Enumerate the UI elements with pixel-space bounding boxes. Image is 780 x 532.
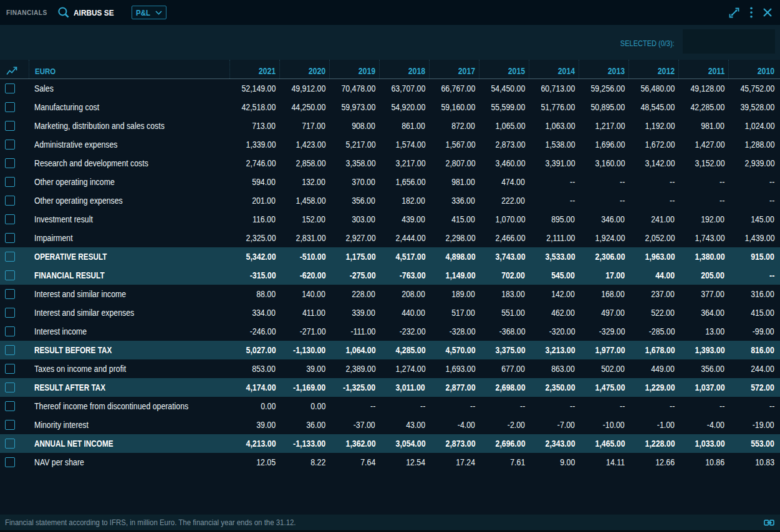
cell-value: -- xyxy=(479,401,529,411)
cell-value: 168.00 xyxy=(579,289,628,299)
cell-value: 3,743.00 xyxy=(479,252,529,262)
column-header-year[interactable]: 2010 xyxy=(728,60,778,78)
cell-value: 51,776.00 xyxy=(529,102,579,112)
cell-value: 3,391.00 xyxy=(529,158,579,168)
cell-value: 346.00 xyxy=(579,214,628,224)
column-header-year[interactable]: 2018 xyxy=(379,60,429,78)
row-checkbox[interactable] xyxy=(5,439,15,449)
column-header-year[interactable]: 2012 xyxy=(628,60,678,78)
table-row: RESULT BEFORE TAX5,027.00-1,130.001,064.… xyxy=(0,341,780,359)
row-checkbox[interactable] xyxy=(5,121,15,131)
row-checkbox[interactable] xyxy=(5,364,15,374)
row-checkbox[interactable] xyxy=(5,289,15,299)
cell-value: -- xyxy=(579,401,628,411)
table-row: FINANCIAL RESULT-315.00-620.00-275.00-76… xyxy=(0,266,780,285)
cell-value: -- xyxy=(529,196,579,206)
table-row: Interest income-246.00-271.00-111.00-232… xyxy=(0,322,780,341)
row-checkbox[interactable] xyxy=(5,196,15,206)
cell-value: 182.00 xyxy=(379,196,429,206)
cell-value: -- xyxy=(728,196,778,206)
cell-value: 1,924.00 xyxy=(579,233,628,243)
cell-value: -285.00 xyxy=(628,326,678,336)
table-row: Minority interest39.0036.00-37.0043.00-4… xyxy=(0,416,780,434)
cell-value: 1,339.00 xyxy=(229,140,279,150)
table-row: Taxes on income and profit853.0039.002,3… xyxy=(0,359,780,378)
selected-items-box[interactable] xyxy=(683,29,775,54)
cell-value: -246.00 xyxy=(229,326,279,336)
cell-value: 415.00 xyxy=(728,308,778,318)
cell-value: 336.00 xyxy=(429,196,479,206)
column-header-euro[interactable]: EURO xyxy=(29,60,229,78)
row-label: OPERATIVE RESULT xyxy=(29,252,229,262)
row-checkbox[interactable] xyxy=(5,401,15,411)
cell-value: 334.00 xyxy=(229,308,279,318)
cell-value: 1,033.00 xyxy=(678,439,728,449)
row-checkbox[interactable] xyxy=(5,233,15,243)
cell-value: 50,895.00 xyxy=(579,102,628,112)
cell-value: 55,599.00 xyxy=(479,102,529,112)
row-checkbox[interactable] xyxy=(5,326,15,336)
cell-value: 1,567.00 xyxy=(429,140,479,150)
row-checkbox[interactable] xyxy=(5,308,15,318)
cell-value: 1,217.00 xyxy=(579,121,628,131)
row-checkbox[interactable] xyxy=(5,140,15,150)
row-checkbox[interactable] xyxy=(5,345,15,355)
cell-value: -1,133.00 xyxy=(279,439,329,449)
row-label: Research and development costs xyxy=(29,158,229,168)
cell-value: 1,380.00 xyxy=(678,252,728,262)
cell-value: 56,480.00 xyxy=(628,83,678,93)
kebab-menu-icon[interactable] xyxy=(750,7,753,18)
cell-value: -271.00 xyxy=(279,326,329,336)
row-checkbox[interactable] xyxy=(5,158,15,168)
row-checkbox[interactable] xyxy=(5,214,15,224)
column-header-year[interactable]: 2017 xyxy=(429,60,479,78)
row-checkbox[interactable] xyxy=(5,83,15,93)
column-header-year[interactable]: 2019 xyxy=(329,60,379,78)
expand-icon[interactable] xyxy=(728,7,740,19)
cell-value: 1,696.00 xyxy=(579,140,628,150)
cell-value: -- xyxy=(628,401,678,411)
row-checkbox[interactable] xyxy=(5,420,15,430)
search-icon[interactable] xyxy=(57,6,70,19)
table-row: OPERATIVE RESULT5,342.00-510.001,175.004… xyxy=(0,247,780,266)
cell-value: 3,460.00 xyxy=(479,158,529,168)
cell-value: -- xyxy=(728,401,778,411)
row-checkbox[interactable] xyxy=(5,457,15,467)
cell-value: 702.00 xyxy=(479,270,529,280)
row-label: Administrative expenses xyxy=(29,140,229,150)
cell-value: 1,024.00 xyxy=(728,121,778,131)
cell-value: 1,064.00 xyxy=(329,345,379,355)
cell-value: 1,427.00 xyxy=(678,140,728,150)
row-checkbox[interactable] xyxy=(5,177,15,187)
close-icon[interactable] xyxy=(763,7,773,17)
cell-value: 1,672.00 xyxy=(628,140,678,150)
row-checkbox[interactable] xyxy=(5,382,15,392)
row-checkbox[interactable] xyxy=(5,270,15,280)
row-label: Manufacturing cost xyxy=(29,102,229,112)
column-header-year[interactable]: 2013 xyxy=(579,60,628,78)
column-header-year[interactable]: 2021 xyxy=(229,60,279,78)
row-checkbox[interactable] xyxy=(5,102,15,112)
column-header-year[interactable]: 2015 xyxy=(479,60,529,78)
column-header-year[interactable]: 2011 xyxy=(678,60,728,78)
footer-note: Financial statement according to IFRS, i… xyxy=(5,518,296,527)
row-checkbox[interactable] xyxy=(5,252,15,262)
cell-value: 12.66 xyxy=(628,457,678,467)
cell-value: 45,752.00 xyxy=(728,83,778,93)
column-header-year[interactable]: 2020 xyxy=(279,60,329,78)
cell-value: 553.00 xyxy=(728,439,778,449)
cell-value: 3,217.00 xyxy=(379,158,429,168)
view-selector-dropdown[interactable]: P&L xyxy=(132,6,166,19)
cell-value: 1,693.00 xyxy=(429,364,479,374)
cell-value: 1,538.00 xyxy=(529,140,579,150)
link-icon[interactable] xyxy=(764,519,774,526)
cell-value: 43.00 xyxy=(379,420,429,430)
column-header-year[interactable]: 2014 xyxy=(529,60,579,78)
table-row: Research and development costs2,746.002,… xyxy=(0,154,780,173)
cell-value: 222.00 xyxy=(479,196,529,206)
cell-value: 717.00 xyxy=(279,121,329,131)
cell-value: -10.00 xyxy=(579,420,628,430)
cell-value: 370.00 xyxy=(329,177,379,187)
cell-value: 10.86 xyxy=(678,457,728,467)
chart-icon[interactable] xyxy=(0,60,29,78)
